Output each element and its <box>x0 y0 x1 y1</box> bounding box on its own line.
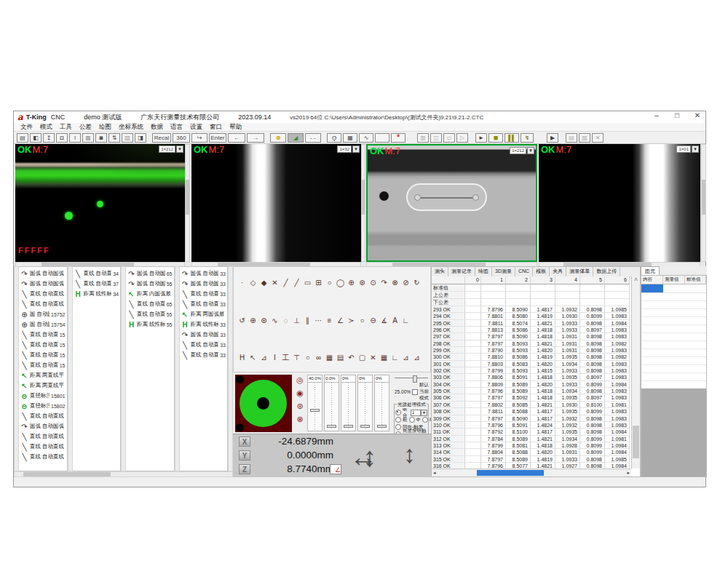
toolbar-button[interactable]: ↯ <box>521 133 534 143</box>
tool-icon[interactable]: ∿ <box>270 316 280 326</box>
tool-icon[interactable]: ╱ <box>292 278 301 288</box>
zoom-select[interactable]: 1=32▼ <box>337 146 360 152</box>
tool-icon[interactable]: ▤ <box>336 353 345 363</box>
toolbar-button[interactable]: ◧ <box>30 133 41 143</box>
feature-row[interactable]: ↖ 距离 内圆弧最大距 <box>126 289 174 299</box>
toolbar-button[interactable]: ▥ <box>417 133 429 143</box>
toolbar-button[interactable]: ▥ <box>579 133 590 143</box>
measurement-row[interactable]: 303 OK 7.8806 8.5091 1.4818 1.0935 0.809… <box>432 374 631 380</box>
tool-icon[interactable]: ⊿ <box>412 353 422 363</box>
tool-icon[interactable]: ⊛ <box>357 278 367 288</box>
results-tab[interactable]: 夹具 <box>550 267 566 276</box>
scroll-up-icon[interactable]: ᐱ <box>632 276 640 283</box>
measurement-row[interactable]: 304 OK 7.8809 8.5089 1.4820 1.0933 0.809… <box>432 381 631 388</box>
feature-row[interactable]: ↷ 圆弧 自动圆弧 33 <box>180 279 228 289</box>
camera-pane-4[interactable]: OKM:7 1=01▼ <box>539 144 700 262</box>
slider-track[interactable] <box>341 383 355 431</box>
tolerance-row[interactable]: 下公差 <box>432 299 631 306</box>
tool-icon[interactable]: ≻ <box>347 316 356 326</box>
tool-icon[interactable]: ⊿ <box>401 353 411 363</box>
toolbar-button[interactable]: * <box>391 133 405 143</box>
feature-row[interactable]: ⊖ 直径标注 15802 <box>19 401 67 411</box>
results-tab[interactable]: CNC <box>515 267 533 276</box>
menu-item[interactable]: 公差 <box>76 123 95 132</box>
table-vscrollbar[interactable]: ᐱ <box>631 276 640 469</box>
camera4-vscrollbar[interactable] <box>701 144 706 262</box>
tool-icon[interactable]: ⊛ <box>259 316 269 326</box>
tool-icon[interactable]: · <box>237 278 247 288</box>
feature-row[interactable]: ⊕ 圆 自动圆 15754 <box>19 319 67 330</box>
elements-col-header[interactable]: 内容 <box>641 276 663 284</box>
tolerance-row[interactable]: 上公差 <box>432 292 631 299</box>
tool-icon[interactable]: ○ <box>357 316 367 326</box>
toolbar-button[interactable] <box>375 133 389 143</box>
camera1-vscrollbar[interactable] <box>185 144 190 262</box>
feature-row[interactable]: H 距离 线性标注 34 <box>73 289 121 299</box>
feature-row[interactable]: ↖ 距离 两直线平均距 <box>19 380 67 391</box>
tool-icon[interactable]: ⊕ <box>347 278 356 288</box>
measurement-row[interactable]: 299 OK 7.8790 8.5093 1.4820 1.0931 0.809… <box>432 347 631 354</box>
tool-icon[interactable]: ○ <box>303 353 312 363</box>
feature-vscrollbar[interactable] <box>68 266 73 471</box>
camera-pane-2[interactable]: OKM:7 1=32▼ <box>191 144 361 262</box>
zoom-select[interactable]: 1=212▼ <box>510 147 534 154</box>
feature-row[interactable]: ╲ 直线 自动直线 15 <box>19 330 67 340</box>
tool-icon[interactable]: ▭ <box>303 278 312 288</box>
elements-col-header[interactable]: 测量值 <box>663 276 685 284</box>
measurement-row[interactable]: 301 OK 7.8803 8.5083 1.4820 1.0934 0.809… <box>432 361 631 367</box>
feature-row[interactable]: ╲ 直线 自动直线 55 <box>126 309 174 319</box>
toolbar-button[interactable]: ∿ <box>359 133 373 143</box>
tool-icon[interactable]: ◯ <box>336 278 345 288</box>
zoom-select[interactable]: 1=212▼ <box>159 146 183 152</box>
menu-item[interactable]: 窗口 <box>206 123 226 132</box>
toolbar-button[interactable]: ► <box>475 133 487 143</box>
tool-icon[interactable]: ↺ <box>237 316 247 326</box>
feature-row[interactable]: ╲ 直线 自动直线 <box>19 289 67 299</box>
feature-row[interactable]: ╲ 直线 自动直线 37 <box>73 279 121 289</box>
light-slider[interactable]: 0% <box>374 375 389 431</box>
tool-icon[interactable]: ∠ <box>336 316 345 326</box>
slider-track[interactable] <box>325 383 339 431</box>
feature-vscrollbar[interactable] <box>175 266 180 471</box>
menu-item[interactable]: 坐标系统 <box>115 123 147 132</box>
tool-icon[interactable]: ⋯ <box>314 316 323 326</box>
feature-row[interactable]: ↖ 距离 两直线平均距 <box>19 370 67 380</box>
tool-icon[interactable]: ⊥ <box>292 316 301 326</box>
slider-track[interactable] <box>308 383 322 431</box>
feature-row[interactable]: ╲ 直线 自动直线 34 <box>73 268 121 279</box>
tool-icon[interactable]: ∥ <box>303 316 312 326</box>
feature-row[interactable]: ╲ 直线 自动直线 15 <box>19 360 67 370</box>
zoom-select[interactable]: 1=01▼ <box>676 146 699 152</box>
maximize-button[interactable]: □ <box>672 111 682 119</box>
toolbar-button[interactable]: ▷ <box>456 133 468 143</box>
measurement-row[interactable]: 315 OK 7.8797 8.5089 1.4819 1.0933 0.809… <box>432 456 631 463</box>
tool-icon[interactable]: ⊙ <box>368 278 378 288</box>
feature-row[interactable]: ↷ 圆弧 自动圆弧 <box>19 279 67 289</box>
tool-icon[interactable]: ⊘ <box>401 278 411 288</box>
toolbar-button[interactable]: ◨ <box>135 133 146 143</box>
radio-button[interactable] <box>422 417 428 423</box>
results-tab[interactable]: 数据上传 <box>593 267 620 276</box>
light-slider[interactable]: 0% <box>341 375 356 431</box>
column-header[interactable]: 5 <box>580 276 605 284</box>
toolbar-button[interactable]: ✕ <box>592 133 604 143</box>
feature-row[interactable]: ╲ 直线 自动直线 15 <box>19 350 67 360</box>
light-mode-icon[interactable]: ⊗ <box>294 415 306 424</box>
slider-thumb[interactable] <box>413 375 417 383</box>
elements-tab[interactable]: 图元 <box>641 266 660 275</box>
column-header[interactable]: 2 <box>506 276 531 284</box>
feature-row[interactable]: ╲ 直线 自动直线 33 <box>180 340 228 350</box>
feature-row[interactable]: ↷ 圆弧 自动圆弧 33 <box>180 330 228 340</box>
feature-row[interactable]: ╲ 直线 自动直线 33 <box>180 289 228 299</box>
menu-item[interactable]: 绘图 <box>95 123 115 132</box>
toolbar-button[interactable]: ▤ <box>566 133 577 143</box>
toolbar-button[interactable]: ↥ <box>43 133 55 143</box>
elements-col-header[interactable]: 标准值 <box>685 276 706 284</box>
checkbox[interactable] <box>412 389 418 395</box>
toolbar-button[interactable]: ⇅ <box>108 133 120 143</box>
measurement-row[interactable]: 295 OK 7.8811 8.5074 1.4821 1.0933 0.809… <box>432 320 631 327</box>
toolbar-button[interactable]: ◢ <box>288 133 304 143</box>
tool-icon[interactable]: Ⅰ <box>270 353 280 363</box>
scrollbar-thumb[interactable] <box>477 470 544 476</box>
tool-icon[interactable]: ╱ <box>281 278 290 288</box>
